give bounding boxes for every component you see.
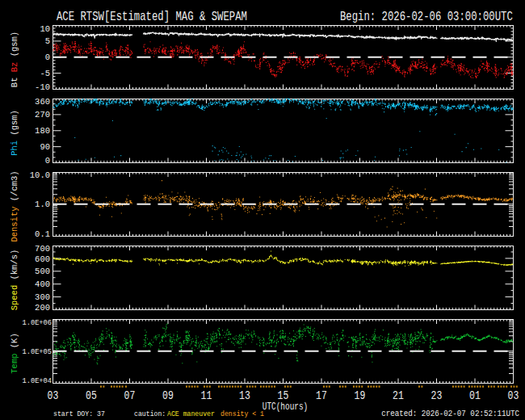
svg-text:Begin: 2026-02-06 03:00:00UTC: Begin: 2026-02-06 03:00:00UTC <box>340 9 513 23</box>
svg-text:0.1: 0.1 <box>35 229 50 239</box>
svg-text:caution:: caution: <box>134 410 166 419</box>
svg-text:10.0: 10.0 <box>30 170 50 180</box>
svg-text:05: 05 <box>86 388 97 402</box>
svg-text:90: 90 <box>40 142 50 152</box>
svg-text:11: 11 <box>201 388 212 402</box>
svg-text:Speed (km/s): Speed (km/s) <box>10 250 19 311</box>
svg-text:-10: -10 <box>35 82 50 92</box>
svg-text:200: 200 <box>35 303 50 313</box>
svg-text:23: 23 <box>431 388 443 402</box>
svg-text:700: 700 <box>35 244 50 254</box>
svg-text:19: 19 <box>355 388 366 402</box>
svg-text:500: 500 <box>35 267 50 276</box>
svg-text:1.0E+06: 1.0E+06 <box>23 319 52 327</box>
svg-text:ACE maneuver: ACE maneuver <box>167 410 215 419</box>
svg-text:01: 01 <box>469 388 481 402</box>
svg-text:03: 03 <box>48 388 59 402</box>
svg-text:created: 2026-02-07 02:52:11U: created: 2026-02-07 02:52:11UTC <box>381 410 519 419</box>
svg-text:1.0E+04: 1.0E+04 <box>23 377 52 385</box>
svg-text:21: 21 <box>393 388 404 402</box>
svg-text:270: 270 <box>35 110 50 120</box>
svg-text:Density (/cm3): Density (/cm3) <box>10 170 19 242</box>
svg-text:07: 07 <box>124 388 136 402</box>
svg-text:UTC(hours): UTC(hours) <box>262 401 308 412</box>
svg-text:Temp (K): Temp (K) <box>10 333 19 373</box>
svg-text:density < 1: density < 1 <box>220 410 264 419</box>
svg-text:600: 600 <box>35 254 50 264</box>
svg-text:0: 0 <box>45 52 50 62</box>
svg-text:180: 180 <box>35 126 50 136</box>
svg-text:13: 13 <box>239 388 250 402</box>
svg-text:-5: -5 <box>40 69 50 78</box>
svg-text:0: 0 <box>45 156 50 166</box>
svg-text:400: 400 <box>35 279 50 289</box>
svg-text:17: 17 <box>316 388 327 402</box>
svg-text:5: 5 <box>45 36 50 46</box>
svg-text:1.0E+05: 1.0E+05 <box>23 348 52 356</box>
svg-text:360: 360 <box>35 97 50 107</box>
svg-text:Phi (gsm): Phi (gsm) <box>10 110 19 156</box>
svg-text:15: 15 <box>278 388 289 402</box>
svg-text:300: 300 <box>35 292 50 302</box>
svg-text:1.0: 1.0 <box>35 200 50 209</box>
svg-text:10: 10 <box>40 24 50 34</box>
svg-text:Bt Bz (gsm): Bt Bz (gsm) <box>10 32 19 87</box>
svg-text:ACE RTSW[Estimated] MAG & SWEP: ACE RTSW[Estimated] MAG & SWEPAM <box>57 9 247 23</box>
svg-text:start DOY: 37: start DOY: 37 <box>53 410 105 419</box>
svg-text:09: 09 <box>162 388 174 402</box>
svg-text:03: 03 <box>508 388 519 402</box>
